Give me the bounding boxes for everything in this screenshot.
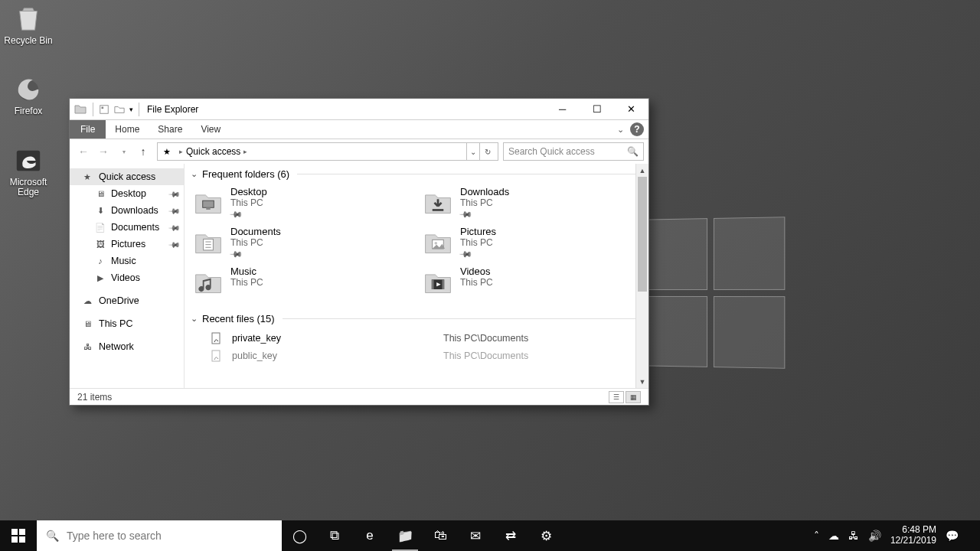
pin-icon: 📌 <box>168 187 181 200</box>
nav-quick-access[interactable]: ★ Quick access <box>70 168 184 185</box>
desktop-icon-label: Recycle Bin <box>0 35 57 46</box>
taskbar-edge[interactable]: e <box>352 520 387 551</box>
expand-ribbon-icon[interactable]: ⌄ <box>617 125 624 135</box>
taskbar: 🔍 Type here to search ◯ ⧉ e 📁 🛍 ✉ ⇄ ⚙ ˄ … <box>0 520 980 551</box>
desktop-icon-edge[interactable]: Microsoft Edge <box>0 145 57 197</box>
taskbar-file-explorer[interactable]: 📁 <box>387 520 423 551</box>
tab-view[interactable]: View <box>191 120 230 139</box>
tray-onedrive-icon[interactable]: ☁ <box>828 530 839 542</box>
address-bar[interactable]: ★ ▸ Quick access ▸ ⌄ ↻ <box>157 142 498 161</box>
folder-location: This PC <box>460 277 493 288</box>
start-button[interactable] <box>0 520 37 551</box>
tab-share[interactable]: Share <box>149 120 191 139</box>
taskbar-mail[interactable]: ✉ <box>458 520 493 551</box>
taskbar-search-input[interactable]: 🔍 Type here to search <box>37 520 282 551</box>
nav-network[interactable]: 🖧Network <box>70 338 184 355</box>
pin-icon: 📌 <box>168 204 181 217</box>
folder-item-pictures[interactable]: PicturesThis PC📌 <box>420 224 642 261</box>
nav-music[interactable]: ♪Music <box>70 253 184 269</box>
titlebar[interactable]: ▾ File Explorer ─ ☐ ✕ <box>70 99 648 120</box>
refresh-button[interactable]: ↻ <box>479 143 495 160</box>
folder-location: This PC <box>460 237 496 248</box>
forward-button[interactable]: → <box>94 142 113 161</box>
firefox-icon <box>13 73 44 104</box>
folder-item-downloads[interactable]: DownloadsThis PC📌 <box>420 184 642 221</box>
pin-icon: 📌 <box>228 207 243 222</box>
folder-item-documents[interactable]: DocumentsThis PC📌 <box>191 224 413 261</box>
tray-network-icon[interactable]: 🖧 <box>848 530 859 542</box>
desktop-icon-firefox[interactable]: Firefox <box>0 73 57 116</box>
pc-icon: 🖥 <box>80 317 94 331</box>
folder-item-music[interactable]: MusicThis PC <box>191 264 413 299</box>
taskbar-settings[interactable]: ⚙ <box>528 520 564 551</box>
pin-icon: 📌 <box>458 207 472 222</box>
qat-dropdown-icon[interactable]: ▾ <box>129 106 133 113</box>
maximize-button[interactable]: ☐ <box>580 99 614 119</box>
tray-volume-icon[interactable]: 🔊 <box>868 530 881 542</box>
chevron-down-icon: ⌄ <box>191 314 198 324</box>
nav-pictures[interactable]: 🖼Pictures📌 <box>70 236 184 253</box>
desktop-icon-recycle-bin[interactable]: Recycle Bin <box>0 3 57 46</box>
scroll-up-button[interactable]: ▲ <box>636 164 648 177</box>
folder-location: This PC <box>230 237 281 248</box>
address-dropdown-icon[interactable]: ⌄ <box>466 143 479 160</box>
cortana-button[interactable]: ◯ <box>282 520 317 551</box>
nav-videos[interactable]: ▶Videos <box>70 269 184 286</box>
folder-location: This PC <box>230 197 267 208</box>
file-explorer-window: ▾ File Explorer ─ ☐ ✕ File Home Share Vi… <box>69 98 649 406</box>
scroll-thumb[interactable] <box>638 177 647 292</box>
pin-icon: 📌 <box>228 247 243 262</box>
up-button[interactable]: ↑ <box>134 142 152 161</box>
minimize-button[interactable]: ─ <box>545 99 580 119</box>
nav-documents[interactable]: 📄Documents📌 <box>70 219 184 236</box>
tray-overflow-icon[interactable]: ˄ <box>814 530 819 542</box>
recent-file-row[interactable]: public_keyThis PC\Documents <box>191 347 642 364</box>
taskbar-share[interactable]: ⇄ <box>493 520 528 551</box>
frequent-folders-header[interactable]: ⌄ Frequent folders (6) <box>191 168 642 180</box>
recent-files-header[interactable]: ⌄ Recent files (15) <box>191 313 642 324</box>
tiles-view-button[interactable]: ▦ <box>626 391 641 403</box>
taskbar-store[interactable]: 🛍 <box>423 520 458 551</box>
nav-toolbar: ← → ▾ ↑ ★ ▸ Quick access ▸ ⌄ ↻ Search Qu… <box>70 139 648 164</box>
pin-icon: 📌 <box>168 221 181 233</box>
qat-properties-icon[interactable] <box>97 103 111 116</box>
tab-file[interactable]: File <box>70 120 106 139</box>
nav-desktop[interactable]: 🖥Desktop📌 <box>70 185 184 202</box>
task-view-button[interactable]: ⧉ <box>317 520 352 551</box>
nav-downloads[interactable]: ⬇Downloads📌 <box>70 202 184 219</box>
recent-file-path: This PC\Documents <box>443 333 642 344</box>
tray-notifications-icon[interactable]: 💬 <box>946 530 959 542</box>
svg-rect-15 <box>442 279 444 289</box>
windows-logo-wallpaper <box>638 217 785 369</box>
recent-locations-button[interactable]: ▾ <box>114 142 132 161</box>
network-icon: 🖧 <box>80 340 94 354</box>
folder-item-videos[interactable]: VideosThis PC <box>420 264 642 299</box>
recent-file-row[interactable]: private_keyThis PC\Documents <box>191 329 642 347</box>
folder-name: Videos <box>460 266 493 277</box>
nav-this-pc[interactable]: 🖥This PC <box>70 315 184 332</box>
downloads-folder-icon <box>422 186 454 218</box>
status-bar: 21 items ☰ ▦ <box>70 388 648 405</box>
videos-folder-icon <box>422 266 454 298</box>
pin-icon: 📌 <box>458 247 472 262</box>
qat-newfolder-icon[interactable] <box>113 103 126 116</box>
svg-rect-5 <box>206 207 210 210</box>
folder-name: Documents <box>230 226 281 237</box>
taskbar-search-placeholder: Type here to search <box>67 530 162 542</box>
breadcrumb-location[interactable]: Quick access <box>186 146 240 157</box>
close-button[interactable]: ✕ <box>614 99 648 119</box>
tray-clock[interactable]: 6:48 PM 12/21/2019 <box>890 525 936 546</box>
details-view-button[interactable]: ☰ <box>609 391 624 403</box>
search-input[interactable]: Search Quick access 🔍 <box>503 142 644 161</box>
folder-item-desktop[interactable]: DesktopThis PC📌 <box>191 184 413 221</box>
back-button[interactable]: ← <box>74 142 93 161</box>
recent-file-path: This PC\Documents <box>443 350 642 361</box>
ribbon-tabs: File Home Share View ⌄ ? <box>70 120 648 139</box>
svg-rect-6 <box>433 209 444 211</box>
scrollbar[interactable]: ▲ ▼ <box>635 164 648 388</box>
tab-home[interactable]: Home <box>106 120 149 139</box>
nav-onedrive[interactable]: ☁OneDrive <box>70 292 184 309</box>
scroll-down-button[interactable]: ▼ <box>636 375 648 388</box>
search-icon[interactable]: 🔍 <box>627 146 639 157</box>
help-icon[interactable]: ? <box>630 122 644 136</box>
